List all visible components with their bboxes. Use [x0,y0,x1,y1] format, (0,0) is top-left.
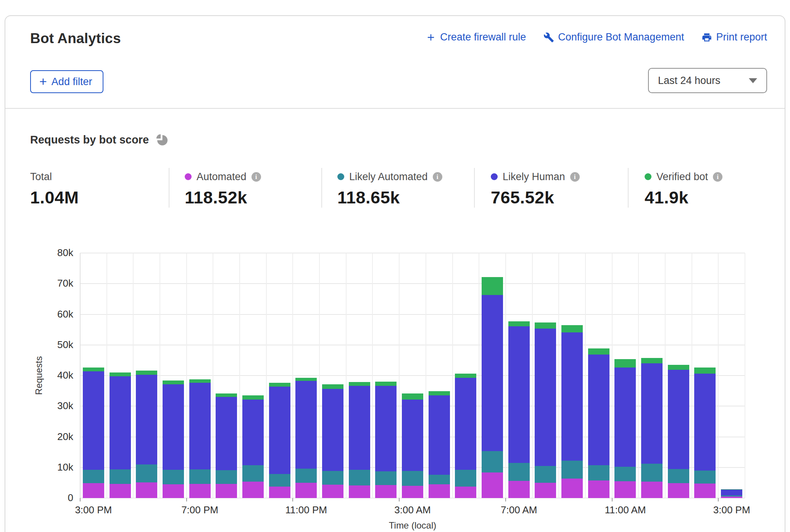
bar-segment-verified-bot[interactable] [694,368,716,374]
bar-segment-verified-bot[interactable] [721,489,742,490]
bar-segment-verified-bot[interactable] [482,277,503,295]
bar-segment-automated[interactable] [242,482,264,498]
print-report-link[interactable]: Print report [701,31,767,43]
bar-segment-likely-human[interactable] [295,381,317,469]
bar-segment-likely-human[interactable] [641,363,663,464]
bar-segment-verified-bot[interactable] [375,382,397,386]
bar-segment-likely-human[interactable] [588,355,609,465]
bar-segment-verified-bot[interactable] [429,391,450,395]
bar-segment-automated[interactable] [189,484,211,498]
bar-segment-automated[interactable] [588,480,609,498]
info-icon[interactable] [252,172,261,182]
bar-segment-verified-bot[interactable] [349,382,370,386]
bar-segment-likely-human[interactable] [136,375,157,464]
bar-segment-likely-human[interactable] [163,384,184,470]
bar-segment-likely-human[interactable] [482,295,503,451]
bar-segment-automated[interactable] [482,472,503,498]
bar-segment-automated[interactable] [535,483,556,498]
bar-segment-verified-bot[interactable] [295,378,317,381]
bar-segment-likely-human[interactable] [694,374,716,471]
bar-segment-likely-human[interactable] [216,397,237,470]
bar-segment-likely-automated[interactable] [614,467,636,481]
bar-segment-automated[interactable] [295,483,317,498]
create-firewall-rule-link[interactable]: Create firewall rule [426,31,526,43]
bar-segment-likely-automated[interactable] [561,461,583,479]
bar-segment-likely-automated[interactable] [269,474,290,486]
bar-segment-automated[interactable] [402,486,423,498]
bar-segment-likely-human[interactable] [508,326,530,463]
bar-segment-likely-automated[interactable] [429,475,450,484]
bar-segment-likely-automated[interactable] [641,464,663,482]
bar-segment-verified-bot[interactable] [588,348,609,355]
configure-bot-management-link[interactable]: Configure Bot Management [543,31,684,43]
bar-segment-likely-human[interactable] [83,371,104,470]
bar-segment-likely-automated[interactable] [694,471,716,484]
bar-segment-verified-bot[interactable] [189,379,211,383]
bar-segment-likely-automated[interactable] [588,465,609,480]
bar-segment-likely-human[interactable] [721,490,742,495]
bar-segment-verified-bot[interactable] [83,368,104,371]
bar-segment-likely-human[interactable] [189,383,211,469]
bar-segment-verified-bot[interactable] [561,325,583,332]
bar-segment-likely-human[interactable] [269,387,290,474]
bar-segment-likely-automated[interactable] [83,470,104,483]
bar-segment-likely-automated[interactable] [295,469,317,483]
bar-segment-likely-automated[interactable] [163,470,184,484]
bar-segment-automated[interactable] [641,482,663,498]
bar-segment-likely-automated[interactable] [216,470,237,484]
bar-segment-likely-automated[interactable] [455,470,476,486]
bar-segment-likely-automated[interactable] [402,471,423,486]
bar-segment-automated[interactable] [216,484,237,498]
bar-segment-verified-bot[interactable] [455,374,476,378]
bar-segment-automated[interactable] [508,481,530,498]
bar-segment-verified-bot[interactable] [110,372,131,376]
bar-segment-likely-automated[interactable] [242,465,264,482]
bar-segment-likely-automated[interactable] [668,469,689,483]
bar-segment-likely-automated[interactable] [110,469,131,484]
bar-segment-automated[interactable] [668,483,689,498]
bar-segment-likely-human[interactable] [561,332,583,461]
bar-segment-likely-human[interactable] [110,376,131,469]
bar-segment-automated[interactable] [349,485,370,498]
bar-segment-automated[interactable] [429,484,450,498]
bar-segment-likely-human[interactable] [614,368,636,467]
bar-segment-verified-bot[interactable] [641,358,663,363]
bar-segment-verified-bot[interactable] [163,380,184,384]
bar-segment-automated[interactable] [136,482,157,498]
bar-segment-likely-human[interactable] [429,395,450,475]
bar-segment-likely-automated[interactable] [508,463,530,481]
info-icon[interactable] [713,172,722,182]
bar-segment-automated[interactable] [269,487,290,498]
bar-segment-likely-automated[interactable] [375,471,397,485]
bar-segment-verified-bot[interactable] [668,365,689,370]
bar-segment-verified-bot[interactable] [402,393,423,399]
bar-segment-likely-automated[interactable] [721,495,742,497]
bar-segment-verified-bot[interactable] [508,321,530,326]
bar-segment-verified-bot[interactable] [242,395,264,399]
bar-segment-likely-human[interactable] [455,378,476,470]
add-filter-button[interactable]: + Add filter [30,70,103,93]
bar-segment-likely-human[interactable] [402,400,423,471]
bar-segment-likely-human[interactable] [242,400,264,466]
bar-segment-automated[interactable] [110,484,131,498]
info-icon[interactable] [570,172,580,182]
bar-segment-automated[interactable] [694,484,716,498]
bar-segment-likely-automated[interactable] [189,469,211,484]
bar-segment-likely-automated[interactable] [535,466,556,483]
bar-segment-likely-automated[interactable] [136,464,157,482]
bar-segment-likely-human[interactable] [535,329,556,466]
bar-segment-automated[interactable] [375,485,397,498]
bar-segment-likely-human[interactable] [668,370,689,469]
bar-segment-verified-bot[interactable] [216,393,237,397]
bar-segment-automated[interactable] [561,479,583,498]
bar-segment-automated[interactable] [163,484,184,498]
time-range-dropdown[interactable]: Last 24 hours [648,68,767,93]
bar-segment-automated[interactable] [614,481,636,498]
bar-segment-automated[interactable] [322,485,343,498]
bar-segment-automated[interactable] [83,483,104,498]
bar-segment-verified-bot[interactable] [136,371,157,375]
bar-segment-verified-bot[interactable] [322,384,343,389]
bar-segment-likely-human[interactable] [322,389,343,471]
bar-segment-verified-bot[interactable] [535,322,556,329]
bar-segment-verified-bot[interactable] [614,359,636,368]
